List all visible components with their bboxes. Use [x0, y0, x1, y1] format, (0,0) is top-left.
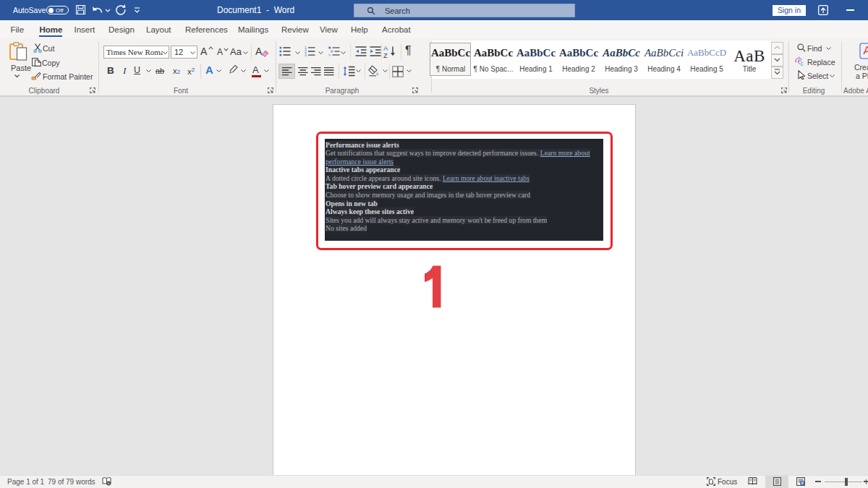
- svg-text:Z: Z: [383, 51, 388, 58]
- svg-text:c: c: [801, 60, 804, 67]
- svg-text:3: 3: [305, 53, 307, 56]
